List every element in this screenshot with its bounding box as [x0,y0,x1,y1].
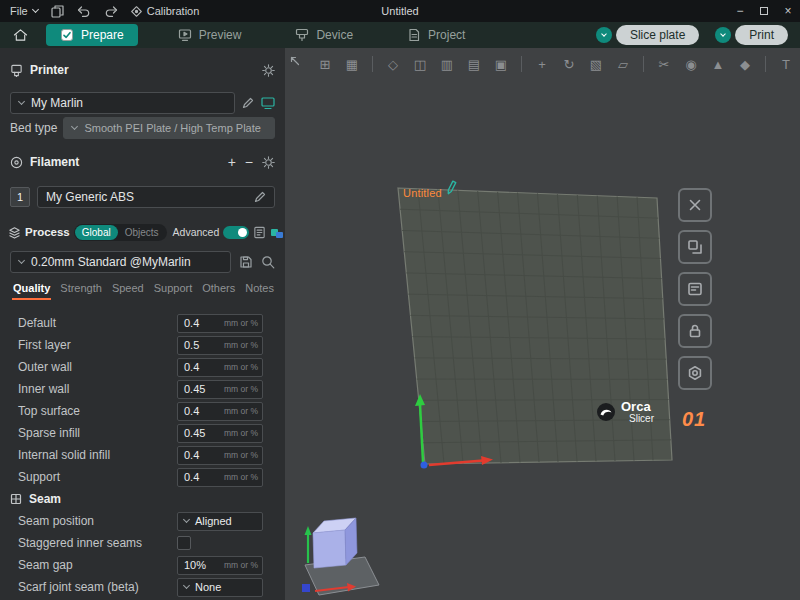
param-label: Sparse infill [18,426,177,440]
settings-list-icon[interactable] [253,226,266,239]
process-preset-select[interactable]: 0.20mm Standard @MyMarlin [10,251,231,273]
printer-connection-icon[interactable] [261,97,275,110]
maximize-icon [760,7,768,15]
preview-icon [178,28,192,42]
sparse-infill-input[interactable]: 0.45mm or % [177,424,263,443]
scope-global-button[interactable]: Global [75,225,118,240]
tab-project[interactable]: Project [393,24,479,46]
param-label: Internal solid infill [18,448,177,462]
arrange-plate-button[interactable] [678,230,712,264]
main-tabbar: Prepare Preview Device Project Slice pla… [0,22,800,48]
scarf-joint-seam-beta-select[interactable]: None [177,578,263,597]
first-layer-input[interactable]: 0.5mm or % [177,336,263,355]
printer-settings-gear-icon[interactable] [262,64,275,77]
param-row-top-surface: Top surface0.4mm or % [0,400,285,422]
filament-settings-gear-icon[interactable] [262,156,275,169]
support-input[interactable]: 0.4mm or % [177,468,263,487]
staggered-inner-seams-checkbox[interactable] [177,536,191,550]
file-menu[interactable]: File [10,5,38,17]
search-icon[interactable] [261,255,275,269]
add-filament-button[interactable]: + [228,155,236,169]
param-label: Support [18,470,177,484]
setting-tab-others[interactable]: Others [201,280,236,298]
process-preset-value: 0.20mm Standard @MyMarlin [31,255,191,269]
advanced-label: Advanced [173,226,220,238]
edit-plate-name-icon[interactable] [443,178,461,198]
viewport-3d[interactable]: ⊞▦◇◫▥▤▣+↻▧▱✂◉▲◆T≡ Untitled Orca Slicer [285,48,800,600]
orca-slicer-window: File Calibration Untitled − × [0,0,800,600]
slice-options-dropdown[interactable] [596,27,612,43]
filament-slot-badge[interactable]: 1 [10,187,30,207]
edit-filament-icon[interactable] [254,191,266,203]
plate-name-label[interactable]: Untitled [403,180,459,199]
maximize-button[interactable] [752,0,776,22]
param-row-internal-solid-infill: Internal solid infill0.4mm or % [0,444,285,466]
print-group: Print [715,25,788,45]
process-section-header: Process Global Objects Advanced [0,221,285,243]
print-button[interactable]: Print [735,25,788,45]
close-button[interactable]: × [776,0,800,22]
chevron-down-icon [71,123,78,130]
setting-tab-notes[interactable]: Notes [244,280,275,298]
minimize-button[interactable]: − [728,0,752,22]
seam-gap-input[interactable]: 10%mm or % [177,556,263,575]
compare-presets-icon[interactable] [270,226,284,239]
print-options-dropdown[interactable] [715,27,731,43]
tab-prepare[interactable]: Prepare [46,24,138,46]
chevron-down-icon [183,582,190,589]
param-row-seam-gap: Seam gap10%mm or % [0,554,285,576]
seam-section-title: Seam [29,492,61,506]
printer-preset-select[interactable]: My Marlin [10,92,235,114]
seam-position-select[interactable]: Aligned [177,512,263,531]
remove-filament-button[interactable]: − [245,155,253,169]
orient-plate-button[interactable] [678,272,712,306]
filament-section-title: Filament [30,155,79,169]
internal-solid-infill-input[interactable]: 0.4mm or % [177,446,263,465]
plate-thumbnail[interactable] [291,503,387,599]
home-tab[interactable] [8,25,32,45]
bed-type-select[interactable]: Smooth PEI Plate / High Temp Plate [63,117,275,139]
device-icon [295,28,309,42]
param-label: Seam position [18,514,177,528]
setting-tab-strength[interactable]: Strength [59,280,103,298]
plate-settings-button[interactable] [678,356,712,390]
slice-plate-button[interactable]: Slice plate [616,25,699,45]
calibration-menu[interactable]: Calibration [131,5,200,17]
seam-section-header: Seam [0,488,285,510]
outer-wall-input[interactable]: 0.4mm or % [177,358,263,377]
printer-icon [10,64,23,77]
scope-objects-button[interactable]: Objects [118,225,166,240]
chevron-down-icon [18,98,25,105]
redo-icon[interactable] [104,6,118,17]
save-icon[interactable] [51,5,64,18]
param-label: Inner wall [18,382,177,396]
inner-wall-input[interactable]: 0.45mm or % [177,380,263,399]
filament-preset-select[interactable]: My Generic ABS [37,186,275,208]
param-row-staggered-inner-seams: Staggered inner seams [0,532,285,554]
advanced-toggle[interactable] [223,226,249,239]
tab-prepare-label: Prepare [81,28,124,42]
plate-number: 01 [682,408,706,431]
undo-icon[interactable] [77,6,91,17]
setting-tab-speed[interactable]: Speed [111,280,145,298]
param-row-sparse-infill: Sparse infill0.45mm or % [0,422,285,444]
filament-preset-value: My Generic ABS [46,190,134,204]
param-row-seam-position: Seam positionAligned [0,510,285,532]
default-input[interactable]: 0.4mm or % [177,314,263,333]
param-row-support: Support0.4mm or % [0,466,285,488]
setting-tab-support[interactable]: Support [153,280,194,298]
edit-printer-icon[interactable] [242,97,254,109]
file-menu-label: File [10,5,28,17]
setting-tab-quality[interactable]: Quality [12,280,51,300]
tab-device[interactable]: Device [281,24,367,46]
top-surface-input[interactable]: 0.4mm or % [177,402,263,421]
tab-preview-label: Preview [199,28,242,42]
lock-plate-button[interactable] [678,314,712,348]
save-preset-icon[interactable] [239,255,253,269]
tab-preview[interactable]: Preview [164,24,256,46]
param-row-default: Default0.4mm or % [0,312,285,334]
printer-preset-row: My Marlin [10,92,275,114]
param-label: Seam gap [18,558,177,572]
param-row-first-layer: First layer0.5mm or % [0,334,285,356]
delete-plate-button[interactable] [678,188,712,222]
